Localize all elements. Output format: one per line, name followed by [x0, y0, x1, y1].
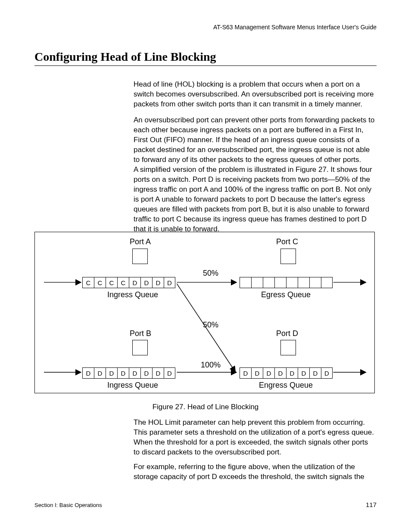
queue-cell: D: [94, 367, 106, 379]
queue-cell: D: [152, 277, 164, 288]
queue-cell: D: [321, 367, 333, 379]
port-b-box: [132, 340, 148, 355]
paragraph-3: A simplified version of the problem is i…: [134, 165, 375, 234]
figure-27: Port A CCCCDDDD Ingress Queue Port C Egr…: [34, 232, 375, 393]
queue-cell: [274, 277, 286, 288]
queue-cell: D: [286, 367, 298, 379]
port-d-queue-label: Engress Queue: [259, 381, 313, 390]
port-d-queue: DDDDDDDD: [240, 367, 333, 379]
queue-cell: [240, 277, 251, 288]
port-c-queue-label: Egress Queue: [261, 290, 311, 299]
queue-cell: C: [94, 277, 106, 288]
percent-50-top: 50%: [203, 269, 218, 278]
paragraph-2: An oversubscribed port can prevent other…: [134, 115, 375, 165]
port-a-box: [132, 249, 148, 264]
queue-cell: D: [129, 367, 140, 379]
port-c-label: Port C: [276, 237, 298, 246]
queue-cell: D: [117, 367, 129, 379]
port-a-queue-label: Ingress Queue: [107, 290, 158, 299]
page: AT-S63 Management Software Menus Interfa…: [0, 0, 411, 532]
queue-cell: [309, 277, 321, 288]
queue-cell: D: [164, 367, 175, 379]
port-d-box: [280, 340, 296, 355]
percent-50-mid: 50%: [203, 320, 218, 330]
port-b-queue-label: Ingress Queue: [107, 381, 158, 390]
queue-cell: [251, 277, 263, 288]
paragraph-4: The HOL Limit parameter can help prevent…: [134, 418, 375, 457]
queue-cell: C: [82, 277, 94, 288]
queue-cell: C: [117, 277, 129, 288]
queue-cell: [298, 277, 309, 288]
footer-section: Section I: Basic Operations: [34, 502, 102, 508]
paragraph-5: For example, referring to the figure abo…: [134, 462, 375, 482]
queue-cell: D: [82, 367, 94, 379]
section-title: Configuring Head of Line Blocking: [34, 50, 377, 66]
queue-cell: D: [274, 367, 286, 379]
queue-cell: D: [298, 367, 309, 379]
header-guide-title: AT-S63 Management Software Menus Interfa…: [213, 24, 377, 31]
percent-100: 100%: [201, 361, 221, 370]
queue-cell: [263, 277, 274, 288]
queue-cell: D: [140, 277, 152, 288]
figure-caption: Figure 27. Head of Line Blocking: [0, 403, 411, 411]
port-b-queue: DDDDDDDD: [82, 367, 175, 379]
queue-cell: D: [106, 367, 117, 379]
queue-cell: D: [263, 367, 274, 379]
queue-cell: [321, 277, 333, 288]
queue-cell: C: [106, 277, 117, 288]
queue-cell: D: [140, 367, 152, 379]
paragraph-1: Head of line (HOL) blocking is a problem…: [134, 80, 375, 109]
port-c-queue: [240, 277, 333, 288]
queue-cell: [286, 277, 298, 288]
queue-cell: D: [129, 277, 140, 288]
queue-cell: D: [164, 277, 175, 288]
queue-cell: D: [309, 367, 321, 379]
port-a-queue: CCCCDDDD: [82, 277, 175, 288]
footer-page-number: 117: [366, 501, 377, 508]
port-b-label: Port B: [130, 329, 151, 338]
queue-cell: D: [251, 367, 263, 379]
port-c-box: [280, 249, 296, 264]
queue-cell: D: [240, 367, 251, 379]
port-a-label: Port A: [130, 237, 151, 246]
queue-cell: D: [152, 367, 164, 379]
port-d-label: Port D: [276, 329, 298, 338]
